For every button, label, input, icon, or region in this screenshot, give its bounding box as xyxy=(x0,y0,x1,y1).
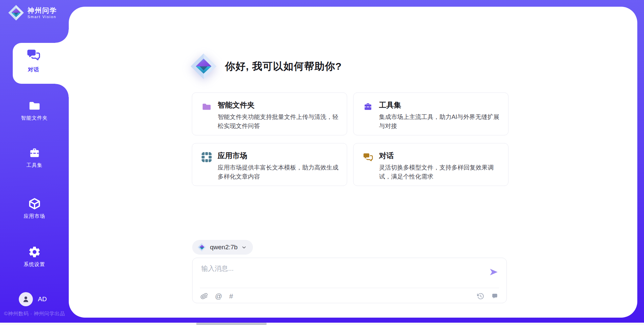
message-composer: @ # xyxy=(192,258,507,303)
sidebar-item-label: 系统设置 xyxy=(0,261,69,268)
copyright-text: ©神州数码 · 神州问学出品 xyxy=(4,311,65,317)
card-smart-folder[interactable]: 智能文件夹 智能文件夹功能支持批量文件上传与清洗，轻松实现文件问答 xyxy=(192,92,347,135)
avatar xyxy=(19,292,33,306)
model-selector[interactable]: qwen2:7b xyxy=(192,240,253,255)
sidebar-item-app-market[interactable]: 应用市场 xyxy=(0,197,69,219)
paperclip-icon[interactable] xyxy=(200,291,209,301)
folder-icon xyxy=(202,102,212,112)
diamond-logo-icon xyxy=(190,53,217,80)
card-title: 智能文件夹 xyxy=(218,101,339,110)
cube-icon xyxy=(28,197,41,210)
feedback-bubble-icon[interactable] xyxy=(491,292,498,300)
greeting-text: 你好, 我可以如何帮助你? xyxy=(225,60,342,73)
message-input[interactable] xyxy=(201,263,484,285)
horizontal-scrollbar xyxy=(0,323,644,325)
card-title: 工具集 xyxy=(379,101,501,110)
card-desc: 集成市场上主流工具，助力AI与外界无缝扩展与对接 xyxy=(379,113,501,131)
sidebar-item-settings[interactable]: 系统设置 xyxy=(0,246,69,268)
user-name: AD xyxy=(38,296,47,303)
sidebar-item-toolset[interactable]: 工具集 xyxy=(0,146,69,169)
card-chat[interactable]: 对话 灵活切换多模型文件，支持多样回复效果调试，满足个性化需求 xyxy=(353,143,508,186)
composer-left-tools: @ # xyxy=(201,292,233,300)
card-toolset[interactable]: 工具集 集成市场上主流工具，助力AI与外界无缝扩展与对接 xyxy=(353,92,508,135)
sidebar-item-chat[interactable]: 对话 xyxy=(13,43,69,84)
sidebar: 神州问学 Smart Vision 对话 智能文件夹 工具集 应用市场 系统设置… xyxy=(0,0,69,325)
toolbox-icon xyxy=(28,146,41,159)
greeting-block: 你好, 我可以如何帮助你? xyxy=(190,53,342,80)
person-icon xyxy=(22,295,30,303)
card-desc: 灵活切换多模型文件，支持多样回复效果调试，满足个性化需求 xyxy=(379,163,501,181)
composer-divider xyxy=(200,288,499,288)
sidebar-item-label: 工具集 xyxy=(0,162,69,169)
send-icon[interactable] xyxy=(489,267,498,277)
toolbox-icon xyxy=(363,102,373,112)
gear-icon xyxy=(28,246,41,258)
composer-right-tools xyxy=(477,292,498,300)
scrollbar-thumb[interactable] xyxy=(196,323,267,325)
user-account[interactable]: AD xyxy=(19,292,47,306)
card-app-market[interactable]: 应用市场 应用市场提供丰富长文本模板，助力高效生成多样化文章内容 xyxy=(192,143,347,186)
at-icon[interactable]: @ xyxy=(215,292,222,300)
model-name: qwen2:7b xyxy=(210,244,237,251)
hash-icon[interactable]: # xyxy=(229,292,233,300)
main-content-panel: 你好, 我可以如何帮助你? 智能文件夹 智能文件夹功能支持批量文件上传与清洗，轻… xyxy=(69,7,637,318)
brand-logo: 神州问学 Smart Vision xyxy=(8,5,57,21)
diamond-logo-icon xyxy=(198,243,206,252)
folder-icon xyxy=(28,99,41,112)
card-title: 应用市场 xyxy=(218,151,339,160)
card-title: 对话 xyxy=(379,151,501,160)
sidebar-item-label: 对话 xyxy=(13,66,54,73)
chevron-down-icon xyxy=(241,245,247,250)
diamond-logo-icon xyxy=(8,5,24,21)
sidebar-item-label: 智能文件夹 xyxy=(0,115,69,121)
sidebar-item-label: 应用市场 xyxy=(0,213,69,219)
card-desc: 应用市场提供丰富长文本模板，助力高效生成多样化文章内容 xyxy=(218,163,339,181)
chat-bubbles-icon xyxy=(27,48,40,62)
sidebar-item-smart-folder[interactable]: 智能文件夹 xyxy=(0,99,69,121)
grid-icon xyxy=(202,152,212,162)
feature-cards: 智能文件夹 智能文件夹功能支持批量文件上传与清洗，轻松实现文件问答 工具集 集成… xyxy=(192,92,509,186)
card-desc: 智能文件夹功能支持批量文件上传与清洗，轻松实现文件问答 xyxy=(218,113,339,131)
brand-subtitle: Smart Vision xyxy=(28,15,57,19)
brand-name: 神州问学 xyxy=(28,7,57,14)
chat-bubbles-icon xyxy=(363,152,373,162)
history-icon[interactable] xyxy=(477,292,484,300)
